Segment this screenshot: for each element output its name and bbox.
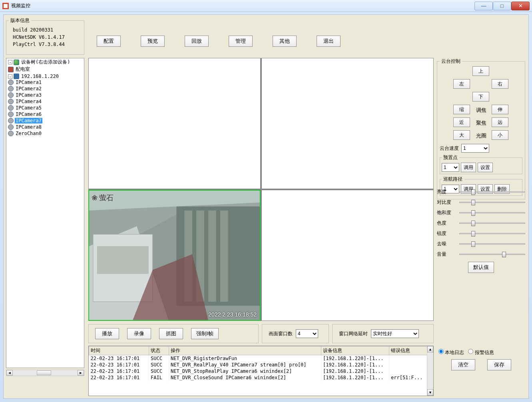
ptz-zoomin-button[interactable]: 伸: [492, 105, 508, 114]
tree-camera[interactable]: IPCamera4: [6, 99, 84, 104]
scroll-up-icon[interactable]: ▲: [427, 346, 433, 352]
ptz-far-button[interactable]: 远: [492, 117, 508, 127]
table-row[interactable]: 22-02-23 16:17:01SUCCNET_DVR_RealPlay_V4…: [89, 362, 433, 368]
version-box: 版本信息 build 20200331 HCNetSDK V6.1.4.17 P…: [6, 17, 84, 55]
contrast-label: 对比度: [437, 199, 457, 206]
clear-log-button[interactable]: 清空: [451, 359, 475, 370]
table-row[interactable]: 22-02-23 16:17:01SUCCNET_DVR_StopRealPla…: [89, 368, 433, 374]
minimize-button[interactable]: —: [474, 2, 493, 10]
other-button[interactable]: 其他: [273, 36, 297, 47]
expander-icon[interactable]: -: [8, 74, 12, 79]
ptz-panel: 云台控制 上 左右 下 缩调焦伸 近聚焦远 大光圈小 云台速度 1 预置点 1 …: [437, 58, 525, 199]
maximize-button[interactable]: □: [493, 2, 511, 10]
ptz-near-button[interactable]: 近: [453, 117, 470, 127]
tree-camera[interactable]: IPCamera6: [6, 111, 84, 117]
record-button[interactable]: 录像: [127, 328, 151, 339]
default-button[interactable]: 默认值: [468, 262, 494, 273]
tree-camera-label: IPCamera4: [15, 99, 42, 104]
preset-box: 预置点 1 调用 设置: [440, 154, 522, 174]
close-button[interactable]: ✕: [511, 2, 530, 10]
tree-hscroll[interactable]: ◄ ►: [6, 370, 84, 376]
preset-select[interactable]: 1: [442, 163, 459, 172]
log-vscroll[interactable]: ▲ ▼: [427, 346, 433, 396]
video-cell-4[interactable]: [261, 190, 434, 321]
scroll-thumb[interactable]: [37, 370, 51, 375]
tree-camera[interactable]: ZeroChan0: [6, 131, 84, 136]
ptz-irisopen-button[interactable]: 大: [453, 130, 470, 140]
ptz-right-button[interactable]: 右: [492, 79, 508, 89]
tree-device[interactable]: - 192.168.1.220: [6, 74, 84, 79]
tree-offline[interactable]: 配电室: [6, 66, 84, 73]
camera-icon: [8, 131, 14, 136]
tree-camera[interactable]: IPCamera2: [6, 86, 84, 92]
ptz-up-button[interactable]: 上: [472, 66, 489, 76]
volume-slider[interactable]: [459, 250, 525, 258]
ptz-focus-label: 聚焦: [472, 117, 490, 129]
log-table[interactable]: 时间 状态 操作 设备信息 错误信息 22-02-23 16:17:01SUCC…: [88, 346, 434, 396]
ptz-speed-label: 云台速度: [440, 145, 459, 152]
contrast-slider[interactable]: [459, 198, 525, 206]
under-toolbar: 播放 录像 抓图 强制I帧 画面窗口数 4 窗口网络延时 实时性好: [88, 324, 434, 343]
video-grid: ❀ 萤石 2022 2 23 16:18:52: [88, 58, 434, 321]
scroll-down-icon[interactable]: ▼: [427, 389, 433, 396]
tree-camera[interactable]: IPCamera1: [6, 80, 84, 85]
log-control: 本地日志 报警信息 清空 保存: [437, 346, 525, 396]
local-log-radio[interactable]: 本地日志: [438, 349, 464, 356]
ptz-down-button[interactable]: 下: [472, 92, 489, 101]
denoise-slider[interactable]: [459, 240, 525, 248]
col-dev[interactable]: 设备信息: [321, 346, 389, 355]
brightness-slider[interactable]: [459, 188, 525, 196]
tree-camera[interactable]: IPCamera8: [6, 124, 84, 130]
save-log-button[interactable]: 保存: [487, 359, 511, 370]
alarm-log-radio[interactable]: 报警信息: [468, 349, 494, 356]
tree-camera-label: IPCamera3: [15, 92, 42, 98]
table-row[interactable]: 22-02-23 16:17:01FAILNET_DVR_CloseSound …: [89, 374, 433, 381]
wincount-select[interactable]: 4: [296, 329, 318, 338]
camera-icon: [8, 105, 14, 111]
ptz-left-button[interactable]: 左: [453, 79, 470, 89]
version-sdk: HCNetSDK V6.1.4.17: [13, 34, 82, 40]
wincount-label: 画面窗口数: [269, 330, 293, 337]
camera-watermark: ❀ 萤石: [92, 193, 114, 203]
preset-call-button[interactable]: 调用: [461, 163, 476, 172]
manage-button[interactable]: 管理: [229, 36, 253, 47]
delay-label: 窗口网络延时: [339, 330, 368, 337]
col-err[interactable]: 错误信息: [389, 346, 433, 355]
hue-slider[interactable]: [459, 219, 525, 227]
ptz-speed-select[interactable]: 1: [461, 144, 489, 153]
video-cell-2[interactable]: [261, 58, 434, 189]
main-toolbar: 配置 预览 回放 管理 其他 退出: [88, 29, 524, 53]
scroll-left-icon[interactable]: ◄: [6, 370, 13, 376]
tree-camera[interactable]: IPCamera7: [6, 118, 84, 123]
iframe-button[interactable]: 强制I帧: [191, 328, 219, 339]
camera-icon: [8, 80, 14, 85]
video-cell-1[interactable]: [88, 58, 261, 189]
delay-select[interactable]: 实时性好: [371, 329, 419, 338]
video-cell-3-active[interactable]: ❀ 萤石 2022 2 23 16:18:52: [88, 190, 261, 321]
col-time[interactable]: 时间: [89, 346, 149, 355]
sharp-slider[interactable]: [459, 229, 525, 237]
tree-root[interactable]: - 设备树(右击添加设备): [6, 59, 84, 66]
ptz-irisclose-button[interactable]: 小: [492, 130, 508, 140]
camera-timestamp: 2022 2 23 16:18:52: [208, 311, 257, 318]
exit-button[interactable]: 退出: [317, 36, 341, 47]
play-button[interactable]: 播放: [95, 328, 119, 339]
tree-camera[interactable]: IPCamera3: [6, 92, 84, 98]
table-row[interactable]: 22-02-23 16:17:01SUCCNET_DVR_RigisterDra…: [89, 355, 433, 362]
device-icon: [14, 74, 19, 79]
col-op[interactable]: 操作: [169, 346, 321, 355]
tree-camera[interactable]: IPCamera5: [6, 105, 84, 111]
snapshot-button[interactable]: 抓图: [159, 328, 183, 339]
config-button[interactable]: 配置: [97, 36, 121, 47]
col-status[interactable]: 状态: [149, 346, 169, 355]
tree-camera-label: IPCamera1: [15, 80, 42, 85]
device-tree[interactable]: - 设备树(右击添加设备) 配电室 - 192.168.1.220 IPCame…: [6, 58, 84, 368]
expander-icon[interactable]: -: [8, 60, 12, 64]
camera-icon: [8, 124, 14, 130]
preview-button[interactable]: 预览: [141, 36, 165, 47]
playback-button[interactable]: 回放: [185, 36, 209, 47]
saturation-slider[interactable]: [459, 209, 525, 217]
scroll-right-icon[interactable]: ►: [78, 370, 84, 376]
ptz-zoomout-button[interactable]: 缩: [453, 105, 470, 114]
preset-set-button[interactable]: 设置: [478, 163, 493, 172]
